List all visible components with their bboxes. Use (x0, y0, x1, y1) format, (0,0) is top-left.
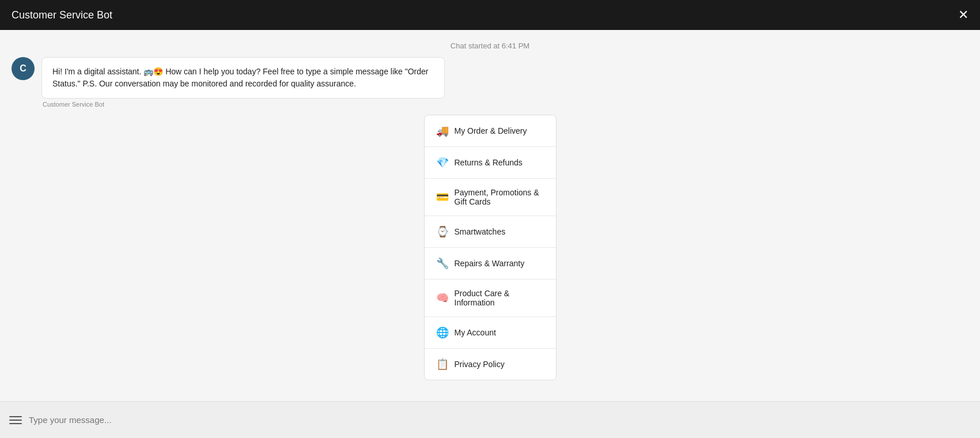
chat-timestamp: Chat started at 6:41 PM (0, 37, 980, 57)
option-item[interactable]: 💳Payment, Promotions & Gift Cards (425, 179, 556, 216)
option-icon: 💳 (436, 191, 449, 203)
bot-message-row: C Hi! I'm a digital assistant. 🚌😍 How ca… (0, 57, 980, 110)
option-icon: 💎 (436, 156, 449, 169)
option-label: Returns & Refunds (455, 158, 523, 167)
avatar: C (12, 57, 35, 80)
option-label: Privacy Policy (455, 360, 505, 369)
options-container: 🚚My Order & Delivery💎Returns & Refunds💳P… (0, 110, 980, 392)
message-content: Hi! I'm a digital assistant. 🚌😍 How can … (41, 57, 445, 108)
close-button[interactable]: ✕ (958, 9, 968, 21)
option-item[interactable]: 🌐My Account (425, 317, 556, 349)
option-label: Product Care & Information (455, 289, 544, 307)
option-label: Repairs & Warranty (455, 259, 525, 268)
option-icon: 🚚 (436, 124, 449, 137)
option-icon: 🧠 (436, 292, 449, 304)
menu-line-1 (9, 416, 22, 417)
option-icon: ⌚ (436, 225, 449, 238)
menu-line-3 (9, 423, 22, 424)
option-item[interactable]: ⌚Smartwatches (425, 216, 556, 248)
chat-body: Chat started at 6:41 PM C Hi! I'm a digi… (0, 30, 980, 401)
menu-icon[interactable] (9, 416, 22, 424)
option-item[interactable]: 🚚My Order & Delivery (425, 115, 556, 147)
option-icon: 📋 (436, 358, 449, 371)
header-title: Customer Service Bot (12, 9, 112, 21)
option-label: Smartwatches (455, 227, 506, 236)
option-item[interactable]: 🧠Product Care & Information (425, 280, 556, 317)
sender-name: Customer Service Bot (41, 101, 445, 108)
option-item[interactable]: 🔧Repairs & Warranty (425, 248, 556, 280)
option-icon: 🌐 (436, 326, 449, 339)
menu-line-2 (9, 420, 22, 421)
options-panel: 🚚My Order & Delivery💎Returns & Refunds💳P… (424, 115, 557, 380)
option-item[interactable]: 💎Returns & Refunds (425, 147, 556, 179)
bot-bubble: Hi! I'm a digital assistant. 🚌😍 How can … (41, 57, 445, 99)
chat-footer (0, 401, 980, 438)
option-item[interactable]: 📋Privacy Policy (425, 349, 556, 380)
option-label: My Account (455, 328, 496, 337)
chat-header: Customer Service Bot ✕ (0, 0, 980, 30)
message-input[interactable] (29, 415, 971, 425)
option-label: My Order & Delivery (455, 126, 527, 135)
option-label: Payment, Promotions & Gift Cards (455, 188, 544, 206)
option-icon: 🔧 (436, 257, 449, 270)
